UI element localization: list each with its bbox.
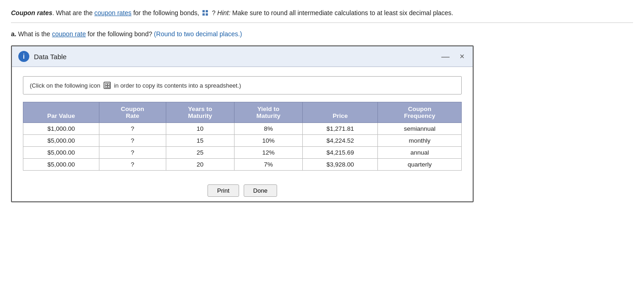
modal-body: (Click on the following icon in order to… <box>12 67 473 178</box>
print-button[interactable]: Print <box>207 184 239 197</box>
info-icon: i <box>18 51 29 62</box>
table-body: $1,000.00 ? 10 8% $1,271.81 semiannual $… <box>23 123 462 171</box>
cell-par-value: $1,000.00 <box>23 123 99 135</box>
minimize-button[interactable]: — <box>439 52 451 61</box>
modal-footer: Print Done <box>12 178 473 201</box>
cell-price: $4,215.69 <box>302 147 377 159</box>
question-a-label: a. <box>11 30 16 38</box>
svg-rect-3 <box>206 13 208 16</box>
copy-spreadsheet-icon[interactable] <box>103 81 111 89</box>
cell-par-value: $5,000.00 <box>23 135 99 147</box>
svg-rect-8 <box>108 86 109 88</box>
grid-icon <box>202 10 209 17</box>
question-a-text: What is the <box>16 30 52 38</box>
header-yield-to-maturity: Yield toMaturity <box>234 102 302 123</box>
svg-rect-6 <box>108 83 109 85</box>
cell-ytm: 10% <box>234 135 302 147</box>
cell-frequency: annual <box>378 147 462 159</box>
data-table-modal: i Data Table — × (Click on the following… <box>11 45 474 202</box>
intro-paragraph: Coupon rates. What are the coupon rates … <box>11 8 633 18</box>
round-note: (Round to two decimal places.) <box>154 30 242 38</box>
cell-frequency: quarterly <box>378 159 462 171</box>
close-button[interactable]: × <box>458 52 466 61</box>
copy-note-box: (Click on the following icon in order to… <box>23 76 462 94</box>
svg-rect-0 <box>202 10 205 12</box>
table-row: $1,000.00 ? 10 8% $1,271.81 semiannual <box>23 123 462 135</box>
table-header-row: Par Value CouponRate Years toMaturity Yi… <box>23 102 462 123</box>
cell-ytm: 8% <box>234 123 302 135</box>
cell-coupon-rate: ? <box>99 147 166 159</box>
cell-par-value: $5,000.00 <box>23 159 99 171</box>
header-coupon-frequency: CouponFrequency <box>378 102 462 123</box>
cell-years: 15 <box>166 135 234 147</box>
cell-ytm: 12% <box>234 147 302 159</box>
copy-note-text2: in order to copy its contents into a spr… <box>114 82 241 89</box>
cell-price: $4,224.52 <box>302 135 377 147</box>
cell-price: $3,928.00 <box>302 159 377 171</box>
done-button[interactable]: Done <box>244 184 277 197</box>
svg-rect-7 <box>105 86 107 88</box>
hint-label: Hint: <box>217 9 230 17</box>
header-price: Price <box>302 102 377 123</box>
cell-coupon-rate: ? <box>99 159 166 171</box>
intro-main-text: . What are the <box>52 9 94 17</box>
svg-rect-2 <box>202 13 205 16</box>
cell-years: 10 <box>166 123 234 135</box>
coupon-rates-link[interactable]: coupon rates <box>94 9 131 17</box>
bond-data-table: Par Value CouponRate Years toMaturity Yi… <box>23 102 462 171</box>
cell-years: 20 <box>166 159 234 171</box>
intro-bold: Coupon rates <box>11 9 52 17</box>
modal-title: Data Table <box>34 53 66 61</box>
header-coupon-rate: CouponRate <box>99 102 166 123</box>
cell-years: 25 <box>166 147 234 159</box>
modal-header-left: i Data Table <box>18 51 66 62</box>
hint-detail: Make sure to round all intermediate calc… <box>230 9 453 17</box>
divider <box>11 22 633 23</box>
table-row: $5,000.00 ? 15 10% $4,224.52 monthly <box>23 135 462 147</box>
cell-frequency: semiannual <box>378 123 462 135</box>
copy-note-text: (Click on the following icon <box>30 82 100 89</box>
cell-frequency: monthly <box>378 135 462 147</box>
cell-coupon-rate: ? <box>99 123 166 135</box>
intro-middle-text: for the following bonds, <box>131 9 201 17</box>
svg-rect-1 <box>206 10 208 12</box>
question-a-text2: for the following bond? <box>86 30 154 38</box>
cell-par-value: $5,000.00 <box>23 147 99 159</box>
hint-q-mark: ? <box>212 9 218 17</box>
cell-ytm: 7% <box>234 159 302 171</box>
coupon-rate-link[interactable]: coupon rate <box>52 30 86 38</box>
question-a-line: a. What is the coupon rate for the follo… <box>11 29 633 39</box>
table-row: $5,000.00 ? 25 12% $4,215.69 annual <box>23 147 462 159</box>
header-years-to-maturity: Years toMaturity <box>166 102 234 123</box>
svg-rect-5 <box>105 83 107 85</box>
cell-price: $1,271.81 <box>302 123 377 135</box>
modal-header: i Data Table — × <box>12 46 473 67</box>
table-row: $5,000.00 ? 20 7% $3,928.00 quarterly <box>23 159 462 171</box>
modal-controls: — × <box>439 52 466 61</box>
cell-coupon-rate: ? <box>99 135 166 147</box>
header-par-value: Par Value <box>23 102 99 123</box>
